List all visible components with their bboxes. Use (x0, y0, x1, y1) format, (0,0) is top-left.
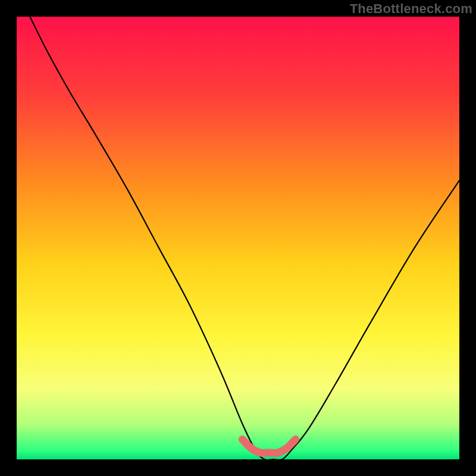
watermark-label: TheBottleneck.com (350, 1, 472, 17)
chart-frame: TheBottleneck.com (0, 0, 476, 476)
plot-area (17, 17, 459, 459)
bottleneck-curve-path (30, 17, 459, 459)
curve-layer (17, 17, 459, 459)
